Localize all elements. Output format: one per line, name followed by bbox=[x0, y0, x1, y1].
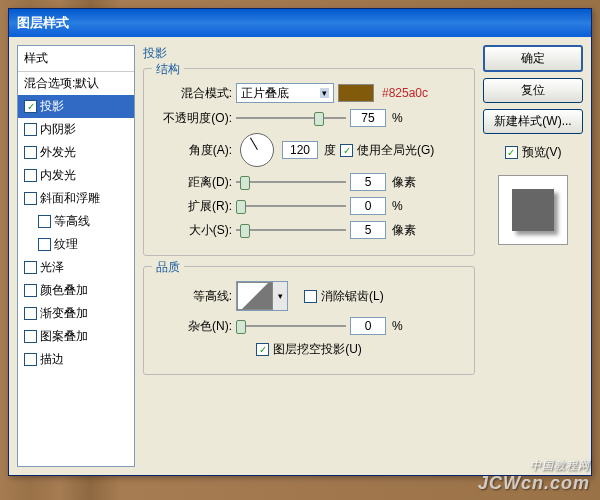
checkbox-icon[interactable]: ✓ bbox=[38, 238, 51, 251]
checkbox-icon[interactable]: ✓ bbox=[24, 307, 37, 320]
panel-title: 投影 bbox=[143, 45, 475, 62]
chevron-down-icon: ▾ bbox=[273, 282, 287, 310]
watermark: 中国教程网 JCWcn.com bbox=[478, 458, 590, 494]
contour-picker[interactable]: ▾ bbox=[236, 281, 288, 311]
checkbox-icon[interactable]: ✓ bbox=[24, 192, 37, 205]
settings-panel: 投影 结构 混合模式: 正片叠底 ▾ #825a0c 不透明度(O): 75 bbox=[143, 45, 475, 467]
checkbox-icon[interactable]: ✓ bbox=[24, 169, 37, 182]
distance-label: 距离(D): bbox=[154, 174, 232, 191]
style-item-contour[interactable]: ✓等高线 bbox=[18, 210, 134, 233]
color-annotation: #825a0c bbox=[382, 86, 428, 100]
size-slider[interactable] bbox=[236, 221, 346, 239]
anti-alias-label: 消除锯齿(L) bbox=[321, 288, 384, 305]
knockout-label: 图层挖空投影(U) bbox=[273, 341, 362, 358]
structure-legend: 结构 bbox=[152, 61, 184, 78]
anti-alias-checkbox[interactable]: ✓ bbox=[304, 290, 317, 303]
noise-unit: % bbox=[392, 319, 403, 333]
right-panel: 确定 复位 新建样式(W)... ✓ 预览(V) bbox=[483, 45, 583, 467]
checkbox-icon[interactable]: ✓ bbox=[24, 284, 37, 297]
checkbox-icon[interactable]: ✓ bbox=[24, 330, 37, 343]
color-swatch[interactable] bbox=[338, 84, 374, 102]
chevron-down-icon: ▾ bbox=[320, 88, 329, 98]
global-light-label: 使用全局光(G) bbox=[357, 142, 434, 159]
spread-slider[interactable] bbox=[236, 197, 346, 215]
contour-label: 等高线: bbox=[154, 288, 232, 305]
style-item-inner-glow[interactable]: ✓内发光 bbox=[18, 164, 134, 187]
checkbox-icon[interactable]: ✓ bbox=[24, 100, 37, 113]
spread-unit: % bbox=[392, 199, 403, 213]
preview-checkbox[interactable]: ✓ bbox=[505, 146, 518, 159]
global-light-checkbox[interactable]: ✓ bbox=[340, 144, 353, 157]
noise-label: 杂色(N): bbox=[154, 318, 232, 335]
preview-box bbox=[498, 175, 568, 245]
preview-label: 预览(V) bbox=[522, 144, 562, 161]
style-item-bevel[interactable]: ✓斜面和浮雕 bbox=[18, 187, 134, 210]
styles-list: 样式 混合选项:默认 ✓ 投影 ✓内阴影 ✓外发光 ✓内发光 ✓斜面和浮雕 ✓等… bbox=[17, 45, 135, 467]
checkbox-icon[interactable]: ✓ bbox=[24, 353, 37, 366]
style-item-outer-glow[interactable]: ✓外发光 bbox=[18, 141, 134, 164]
preview-sample bbox=[512, 189, 554, 231]
opacity-slider[interactable] bbox=[236, 109, 346, 127]
distance-unit: 像素 bbox=[392, 174, 416, 191]
dialog-title: 图层样式 bbox=[17, 15, 69, 30]
style-item-stroke[interactable]: ✓描边 bbox=[18, 348, 134, 371]
checkbox-icon[interactable]: ✓ bbox=[38, 215, 51, 228]
size-label: 大小(S): bbox=[154, 222, 232, 239]
checkbox-icon[interactable]: ✓ bbox=[24, 146, 37, 159]
blend-mode-select[interactable]: 正片叠底 ▾ bbox=[236, 83, 334, 103]
noise-input[interactable]: 0 bbox=[350, 317, 386, 335]
blending-options-item[interactable]: 混合选项:默认 bbox=[18, 72, 134, 95]
size-input[interactable]: 5 bbox=[350, 221, 386, 239]
angle-label: 角度(A): bbox=[154, 142, 232, 159]
noise-slider[interactable] bbox=[236, 317, 346, 335]
quality-legend: 品质 bbox=[152, 259, 184, 276]
style-item-satin[interactable]: ✓光泽 bbox=[18, 256, 134, 279]
style-item-drop-shadow[interactable]: ✓ 投影 bbox=[18, 95, 134, 118]
angle-input[interactable]: 120 bbox=[282, 141, 318, 159]
ok-button[interactable]: 确定 bbox=[483, 45, 583, 72]
dialog-content: 样式 混合选项:默认 ✓ 投影 ✓内阴影 ✓外发光 ✓内发光 ✓斜面和浮雕 ✓等… bbox=[9, 37, 591, 475]
style-item-gradient-overlay[interactable]: ✓渐变叠加 bbox=[18, 302, 134, 325]
distance-slider[interactable] bbox=[236, 173, 346, 191]
styles-header[interactable]: 样式 bbox=[18, 46, 134, 72]
checkbox-icon[interactable]: ✓ bbox=[24, 261, 37, 274]
opacity-unit: % bbox=[392, 111, 403, 125]
style-item-inner-shadow[interactable]: ✓内阴影 bbox=[18, 118, 134, 141]
checkbox-icon[interactable]: ✓ bbox=[24, 123, 37, 136]
angle-dial[interactable] bbox=[240, 133, 274, 167]
angle-unit: 度 bbox=[324, 142, 336, 159]
size-unit: 像素 bbox=[392, 222, 416, 239]
style-item-color-overlay[interactable]: ✓颜色叠加 bbox=[18, 279, 134, 302]
structure-fieldset: 结构 混合模式: 正片叠底 ▾ #825a0c 不透明度(O): 75 % bbox=[143, 68, 475, 256]
style-item-texture[interactable]: ✓纹理 bbox=[18, 233, 134, 256]
contour-swatch-icon bbox=[237, 282, 273, 310]
spread-input[interactable]: 0 bbox=[350, 197, 386, 215]
blend-mode-label: 混合模式: bbox=[154, 85, 232, 102]
knockout-checkbox[interactable]: ✓ bbox=[256, 343, 269, 356]
distance-input[interactable]: 5 bbox=[350, 173, 386, 191]
style-item-pattern-overlay[interactable]: ✓图案叠加 bbox=[18, 325, 134, 348]
dialog-titlebar[interactable]: 图层样式 bbox=[9, 9, 591, 37]
layer-style-dialog: 图层样式 样式 混合选项:默认 ✓ 投影 ✓内阴影 ✓外发光 ✓内发光 ✓斜面和… bbox=[8, 8, 592, 476]
cancel-button[interactable]: 复位 bbox=[483, 78, 583, 103]
spread-label: 扩展(R): bbox=[154, 198, 232, 215]
opacity-label: 不透明度(O): bbox=[154, 110, 232, 127]
quality-fieldset: 品质 等高线: ▾ ✓ 消除锯齿(L) 杂色(N): 0 % bbox=[143, 266, 475, 375]
new-style-button[interactable]: 新建样式(W)... bbox=[483, 109, 583, 134]
opacity-input[interactable]: 75 bbox=[350, 109, 386, 127]
